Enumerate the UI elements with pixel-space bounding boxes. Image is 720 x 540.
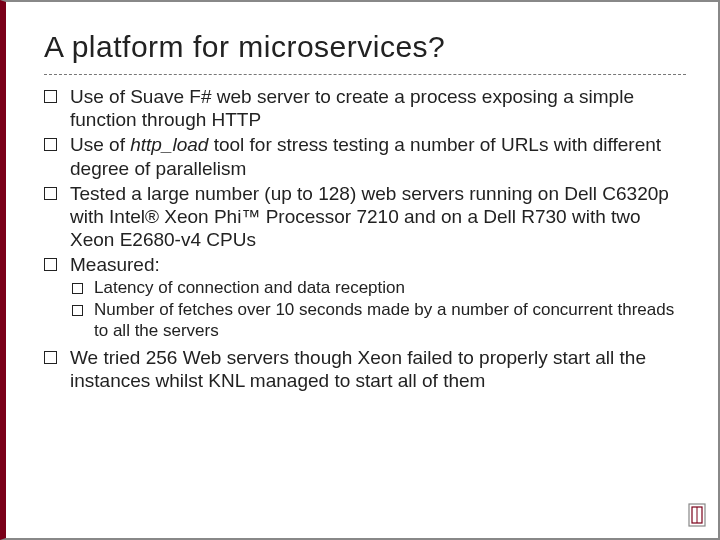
list-item: Latency of connection and data reception: [70, 278, 686, 299]
list-item: Tested a large number (up to 128) web se…: [44, 182, 686, 252]
bullet-text: Use of: [70, 134, 130, 155]
list-item: Number of fetches over 10 seconds made b…: [70, 300, 686, 341]
bullet-text: We tried 256 Web servers though Xeon fai…: [70, 347, 646, 391]
slide: A platform for microservices? Use of Sua…: [0, 0, 720, 540]
bullet-italic: http_load: [130, 134, 208, 155]
list-item: We tried 256 Web servers though Xeon fai…: [44, 346, 686, 392]
bullet-list: Use of Suave F# web server to create a p…: [44, 85, 686, 392]
footer-logo-icon: [686, 502, 708, 528]
list-item: Use of http_load tool for stress testing…: [44, 133, 686, 179]
list-item: Measured: Latency of connection and data…: [44, 253, 686, 341]
list-item: Use of Suave F# web server to create a p…: [44, 85, 686, 131]
bullet-text: Measured:: [70, 254, 160, 275]
bullet-text: Use of Suave F# web server to create a p…: [70, 86, 634, 130]
sub-bullet-list: Latency of connection and data reception…: [70, 278, 686, 341]
bullet-text: Latency of connection and data reception: [94, 278, 405, 297]
title-divider: [44, 74, 686, 75]
bullet-text: Number of fetches over 10 seconds made b…: [94, 300, 674, 340]
bullet-text: Tested a large number (up to 128) web se…: [70, 183, 669, 250]
slide-title: A platform for microservices?: [44, 30, 686, 64]
slide-content: Use of Suave F# web server to create a p…: [44, 85, 686, 392]
